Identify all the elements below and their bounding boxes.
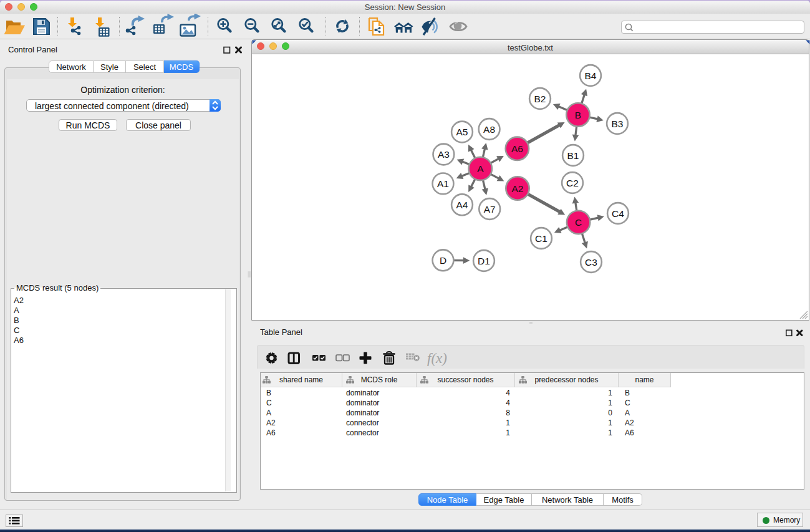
svg-text:B3: B3: [612, 118, 624, 129]
svg-text:A1: A1: [437, 178, 449, 189]
svg-text:A6: A6: [511, 143, 523, 154]
svg-text:C: C: [575, 217, 582, 228]
svg-text:A2: A2: [512, 183, 524, 194]
svg-text:A4: A4: [456, 200, 468, 210]
svg-text:B4: B4: [585, 70, 597, 81]
svg-text:D1: D1: [478, 256, 490, 266]
svg-text:A5: A5: [456, 127, 468, 137]
svg-text:B1: B1: [567, 150, 579, 161]
svg-text:B2: B2: [534, 94, 546, 104]
svg-text:A7: A7: [484, 204, 496, 215]
svg-text:C4: C4: [612, 208, 624, 219]
svg-text:A3: A3: [438, 149, 450, 160]
svg-text:C2: C2: [566, 178, 579, 188]
svg-text:A: A: [477, 163, 484, 174]
svg-text:A8: A8: [483, 124, 495, 135]
svg-text:D: D: [440, 255, 446, 266]
svg-text:B: B: [575, 110, 581, 120]
svg-text:f(x): f(x): [427, 351, 447, 366]
svg-text:C3: C3: [585, 257, 597, 268]
svg-text:C1: C1: [535, 233, 547, 244]
